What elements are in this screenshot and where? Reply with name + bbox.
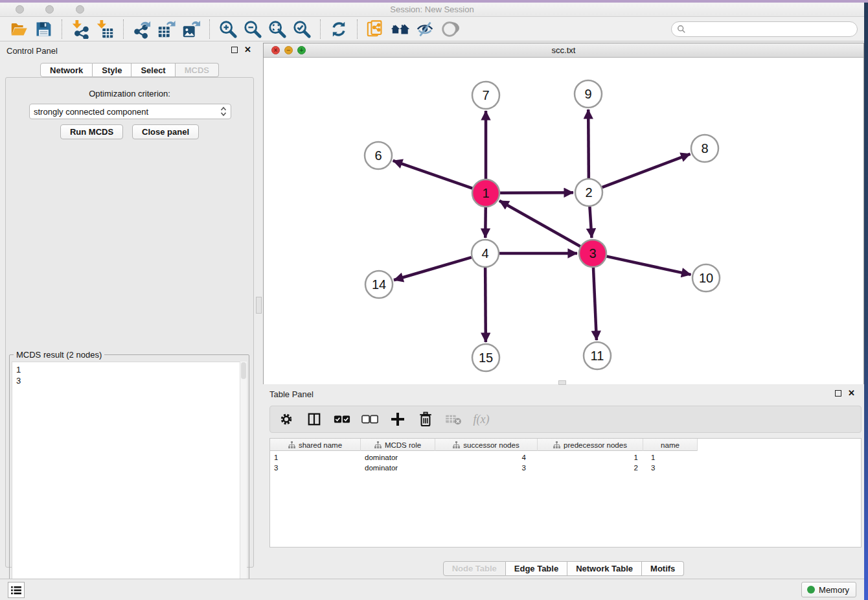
column-header-label: predecessor nodes: [564, 441, 627, 449]
tab-network[interactable]: Network: [40, 63, 93, 77]
open-folder-icon: [9, 19, 29, 39]
task-history-button[interactable]: [8, 582, 25, 598]
float-table-panel-icon[interactable]: [835, 390, 841, 397]
control-panel-title: Control Panel: [6, 46, 58, 56]
zoom-out-button[interactable]: [240, 18, 265, 40]
main-toolbar: [0, 17, 864, 41]
network-graph-canvas[interactable]: 7968124314101511: [264, 58, 863, 384]
vertical-splitter-grip[interactable]: [256, 297, 262, 314]
graph-node-10[interactable]: 10: [692, 264, 720, 292]
close-panel-icon[interactable]: ✕: [244, 47, 251, 53]
memory-button[interactable]: Memory: [801, 582, 856, 597]
import-table-button[interactable]: [93, 18, 117, 40]
control-panel-tabs: NetworkStyleSelectMCDS: [0, 63, 259, 77]
graph-edge-2-8[interactable]: [602, 154, 691, 188]
search-input[interactable]: [686, 23, 857, 35]
delete-table-button[interactable]: [445, 411, 462, 428]
table-row[interactable]: 1dominator411: [270, 452, 698, 463]
show-all-button[interactable]: [437, 18, 462, 40]
select-all-button[interactable]: [334, 411, 350, 428]
graph-edge-4-14[interactable]: [394, 257, 472, 280]
table-row[interactable]: 3dominator323: [270, 463, 698, 473]
hide-selected-button[interactable]: [413, 18, 437, 40]
graph-node-4[interactable]: 4: [472, 240, 499, 267]
export-network-button[interactable]: [130, 18, 154, 40]
graph-node-15[interactable]: 15: [472, 344, 499, 371]
graph-edge-1-6[interactable]: [393, 161, 473, 189]
graph-edge-3-11[interactable]: [593, 268, 597, 340]
graph-edge-1-4[interactable]: [485, 207, 486, 238]
tab-style[interactable]: Style: [93, 63, 131, 77]
graph-node-9[interactable]: 9: [575, 80, 602, 108]
svg-text:9: 9: [584, 87, 591, 101]
graph-node-2[interactable]: 2: [575, 179, 602, 206]
graph-edge-2-9[interactable]: [588, 110, 589, 178]
deselect-all-button[interactable]: [361, 411, 378, 428]
result-scrollbar[interactable]: [240, 362, 247, 599]
import-network-button[interactable]: [68, 18, 93, 40]
table-cell[interactable]: 2: [538, 463, 643, 473]
svg-text:4: 4: [481, 246, 488, 260]
graph-edge-2-3[interactable]: [589, 207, 591, 238]
table-cell[interactable]: 1: [270, 452, 361, 463]
column-header-label: name: [661, 441, 680, 449]
graph-node-14[interactable]: 14: [365, 271, 393, 298]
table-cell[interactable]: 3: [435, 463, 538, 473]
column-header-MCDS-role[interactable]: MCDS role: [361, 439, 435, 451]
table-settings-button[interactable]: [278, 411, 295, 428]
tab-edge-table[interactable]: Edge Table: [506, 561, 567, 576]
optimization-criterion-select[interactable]: strongly connected component: [29, 104, 231, 119]
tab-mcds[interactable]: MCDS: [176, 63, 219, 77]
column-header-successor-nodes[interactable]: successor nodes: [435, 439, 538, 451]
table-toolbar: f(x): [269, 406, 862, 433]
copy-network-button[interactable]: [363, 18, 388, 40]
tab-network-table[interactable]: Network Table: [567, 561, 642, 576]
home-button[interactable]: [388, 18, 413, 40]
open-session-button[interactable]: [6, 18, 31, 40]
function-builder-button[interactable]: f(x): [473, 411, 490, 428]
zoom-fit-button[interactable]: [265, 18, 290, 40]
table-cell[interactable]: 3: [643, 463, 698, 473]
column-type-icon: [374, 441, 382, 448]
toggle-columns-panel-button[interactable]: [306, 411, 323, 428]
column-header-predecessor-nodes[interactable]: predecessor nodes: [538, 439, 643, 451]
table-cell[interactable]: dominator: [361, 452, 435, 463]
run-mcds-button[interactable]: Run MCDS: [60, 124, 123, 139]
table-cell[interactable]: 3: [270, 463, 361, 473]
tab-node-table[interactable]: Node Table: [443, 561, 506, 576]
graph-node-7[interactable]: 7: [472, 82, 499, 109]
zoom-in-button[interactable]: [216, 18, 240, 40]
close-table-panel-icon[interactable]: ✕: [848, 390, 855, 397]
close-panel-button[interactable]: Close panel: [132, 124, 199, 139]
table-cell[interactable]: 4: [435, 452, 538, 463]
table-cell[interactable]: dominator: [361, 463, 435, 473]
mcds-result-text[interactable]: 1 3: [12, 362, 247, 599]
svg-text:8: 8: [701, 141, 708, 156]
table-cell[interactable]: 1: [643, 452, 698, 463]
table-cell[interactable]: 1: [538, 452, 643, 463]
save-session-button[interactable]: [31, 18, 56, 40]
eye-slash-icon: [415, 19, 435, 39]
graph-node-6[interactable]: 6: [365, 142, 392, 169]
export-image-button[interactable]: [179, 18, 203, 40]
graph-node-1[interactable]: 1: [472, 179, 499, 207]
graph-edge-3-1[interactable]: [499, 201, 580, 246]
column-header-shared-name[interactable]: shared name: [270, 439, 361, 451]
column-header-name[interactable]: name: [643, 439, 698, 451]
tab-motifs[interactable]: Motifs: [642, 561, 684, 576]
graph-node-3[interactable]: 3: [579, 240, 606, 267]
horizontal-splitter-grip[interactable]: [558, 380, 566, 385]
float-panel-icon[interactable]: [231, 47, 238, 53]
delete-columns-button[interactable]: [417, 411, 434, 428]
graph-node-8[interactable]: 8: [691, 135, 718, 162]
graph-edge-1-2[interactable]: [500, 192, 573, 193]
refresh-view-button[interactable]: [326, 18, 351, 40]
zoom-selected-button[interactable]: [290, 18, 314, 40]
tab-select[interactable]: Select: [131, 63, 175, 77]
export-table-button[interactable]: [154, 18, 179, 40]
graph-edge-3-10[interactable]: [606, 257, 691, 275]
graph-edge-4-15[interactable]: [485, 268, 486, 342]
graph-node-11[interactable]: 11: [584, 342, 611, 369]
add-column-button[interactable]: [389, 411, 406, 428]
zoom-fit-icon: [268, 19, 287, 39]
